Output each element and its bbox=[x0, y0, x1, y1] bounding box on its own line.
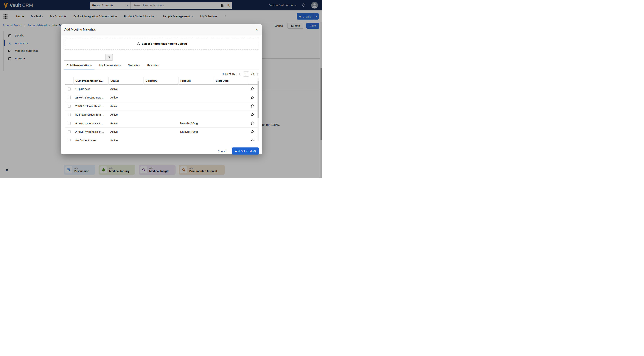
tab-my-presentations[interactable]: My Presentations bbox=[97, 64, 124, 69]
row-checkbox[interactable] bbox=[68, 122, 70, 125]
dropzone-label: Select or drop files here to upload bbox=[142, 42, 187, 45]
search-icon bbox=[107, 56, 111, 59]
tab-clm-presentations[interactable]: CLM Presentations bbox=[64, 64, 94, 69]
table-scrollbar-thumb[interactable] bbox=[258, 81, 259, 118]
modal-title: Add Meeting Materials bbox=[64, 28, 96, 31]
page-number-input[interactable] bbox=[243, 71, 249, 76]
pagination: 1-50 of 153 / 4 bbox=[64, 71, 259, 76]
previous-page-chevron-icon[interactable] bbox=[238, 73, 241, 75]
table-row[interactable]: A novel hypothesis lin… Active Natevba 1… bbox=[65, 128, 259, 136]
materials-search-input[interactable] bbox=[64, 54, 106, 60]
row-checkbox[interactable] bbox=[68, 105, 70, 108]
favorite-star-icon[interactable] bbox=[250, 87, 254, 91]
favorite-star-icon[interactable] bbox=[250, 138, 254, 141]
column-header-directory: Directory bbox=[144, 77, 178, 84]
upload-icon bbox=[136, 42, 140, 46]
tab-favorites[interactable]: Favorites bbox=[144, 64, 161, 69]
column-header-product: Product bbox=[178, 77, 214, 84]
column-header-start-date: Start Date bbox=[214, 77, 249, 84]
add-meeting-materials-modal: Add Meeting Materials ✕ Select or drop f… bbox=[61, 24, 262, 154]
next-page-chevron-icon[interactable] bbox=[256, 73, 259, 75]
modal-cancel-button[interactable]: Cancel bbox=[218, 149, 226, 153]
row-checkbox[interactable] bbox=[68, 113, 70, 116]
table-row[interactable]: 10 plus new Active bbox=[65, 85, 259, 93]
close-icon[interactable]: ✕ bbox=[255, 27, 259, 32]
add-selected-button[interactable]: Add Selected (0) bbox=[232, 147, 259, 155]
column-header-name: CLM Presentation N... bbox=[74, 77, 108, 84]
table-row[interactable]: 80 Image Slides from … Active bbox=[65, 110, 259, 119]
modal-header: Add Meeting Materials ✕ bbox=[61, 24, 262, 35]
favorite-star-icon[interactable] bbox=[250, 130, 254, 134]
favorite-star-icon[interactable] bbox=[250, 104, 254, 108]
row-checkbox[interactable] bbox=[68, 96, 70, 99]
tab-websites[interactable]: Websites bbox=[126, 64, 142, 69]
table-rows: 10 plus new Active 23-07-71 Testing new … bbox=[65, 85, 259, 141]
file-dropzone[interactable]: Select or drop files here to upload bbox=[64, 38, 259, 49]
table-row[interactable]: 23R3.2 release Kevin … Active bbox=[65, 102, 259, 110]
row-checkbox[interactable] bbox=[68, 139, 70, 141]
row-checkbox[interactable] bbox=[68, 87, 70, 90]
materials-table: CLM Presentation N... Status Directory P… bbox=[65, 77, 259, 141]
materials-search-button[interactable] bbox=[106, 54, 113, 60]
modal-footer: Cancel Add Selected (0) bbox=[61, 145, 262, 157]
pagination-range: 1-50 of 153 bbox=[223, 72, 236, 75]
favorite-star-icon[interactable] bbox=[250, 121, 254, 125]
materials-tabs: CLM Presentations My Presentations Websi… bbox=[64, 64, 259, 69]
table-header: CLM Presentation N... Status Directory P… bbox=[65, 77, 259, 85]
table-row[interactable]: 23-07-71 Testing new … Active bbox=[65, 93, 259, 102]
page-total: / 4 bbox=[252, 72, 254, 75]
table-row[interactable]: A novel hypothesis lin… Active Natevba 1… bbox=[65, 119, 259, 128]
table-row[interactable]: AA Content types Active bbox=[65, 136, 259, 141]
row-checkbox[interactable] bbox=[68, 130, 70, 133]
favorite-star-icon[interactable] bbox=[250, 113, 254, 117]
favorite-star-icon[interactable] bbox=[250, 95, 254, 99]
column-header-status: Status bbox=[108, 77, 144, 84]
